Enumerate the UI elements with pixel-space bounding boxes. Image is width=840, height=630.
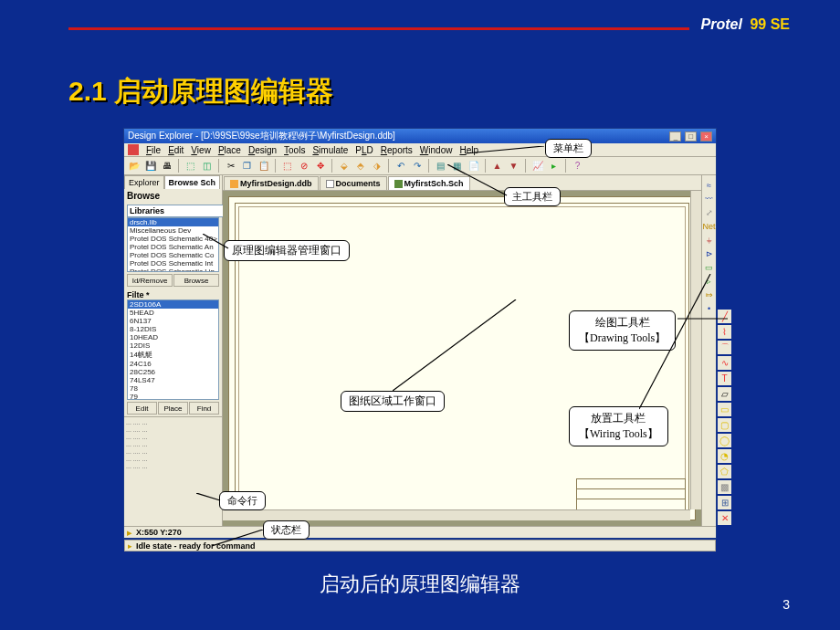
deselect-icon[interactable]: ⊘ (297, 159, 310, 173)
panel-tabs[interactable]: Explorer Browse Sch (124, 175, 222, 189)
list-item[interactable]: Protel DOS Schematic An (128, 243, 218, 251)
doc-tabs[interactable]: MyfirstDesign.ddb Documents MyfirstSch.S… (223, 175, 701, 191)
maximize-button[interactable]: □ (685, 131, 697, 142)
menu-window[interactable]: Window (420, 145, 453, 155)
list-item[interactable]: drsch.lib (128, 218, 218, 226)
menu-bar[interactable]: File Edit View Place Design Tools Simula… (124, 143, 716, 157)
horizontal-scrollbar[interactable] (223, 509, 690, 520)
list-item[interactable]: 14帆艇 (128, 350, 218, 360)
list-item[interactable]: 74LS47 (128, 376, 218, 384)
list-item[interactable]: Miscellaneous Dev (128, 226, 218, 235)
tab-ddb[interactable]: MyfirstDesign.ddb (224, 176, 319, 190)
list-item[interactable]: 8-12DIS (128, 325, 218, 333)
menu-view[interactable]: View (191, 145, 211, 155)
array-icon[interactable]: ⊞ (718, 496, 731, 509)
save-icon[interactable]: 💾 (143, 159, 157, 173)
menu-reports[interactable]: Reports (381, 145, 413, 155)
line-icon[interactable]: ╱ (718, 310, 731, 323)
list-item[interactable]: Protel DOS Schematic Int (128, 259, 218, 268)
part-icon[interactable]: ⊳ (703, 247, 715, 259)
paste-icon[interactable]: 📋 (257, 159, 270, 173)
list-item[interactable]: Protel DOS Schematic Lin (128, 268, 218, 272)
list-item[interactable]: 10HEAD (128, 333, 218, 341)
undo-icon[interactable]: ↶ (394, 159, 407, 173)
vertical-scrollbar[interactable] (690, 191, 701, 509)
menu-simulate[interactable]: Simulate (312, 145, 348, 155)
busentry-icon[interactable]: ⤢ (703, 206, 715, 218)
down-icon[interactable]: ▼ (507, 159, 520, 173)
menu-place[interactable]: Place (218, 145, 241, 155)
wiring-toolbar[interactable]: ≈ 〰 ⤢ Net ⏚ ⊳ ▭ ▹ ⤇ • (701, 175, 716, 526)
print-icon[interactable]: 🖶 (160, 159, 173, 173)
drawing-toolbar[interactable]: ╱ ⌇ ⌒ ∿ T ▱ ▭ ▢ ◯ ◔ ⬠ ▩ ⊞ ✕ (718, 310, 734, 525)
up-icon[interactable]: ▲ (490, 159, 504, 173)
text-icon[interactable]: T (718, 372, 731, 385)
tab-explorer[interactable]: Explorer (124, 175, 164, 189)
list-item[interactable]: 6N137 (128, 317, 218, 325)
list-item[interactable]: Protel DOS Schematic 40> (128, 235, 218, 243)
tool-icon[interactable]: ⬗ (370, 159, 383, 173)
tab-documents[interactable]: Documents (320, 176, 387, 190)
copy-icon[interactable]: ❐ (240, 159, 254, 173)
list-item[interactable]: 28C256 (128, 368, 218, 376)
browse-icon[interactable]: 📄 (467, 159, 480, 173)
list-item[interactable]: 2SD106A (128, 300, 218, 309)
menu-tools[interactable]: Tools (284, 145, 305, 155)
ellipse-icon[interactable]: ◯ (718, 434, 731, 447)
move-icon[interactable]: ✥ (313, 159, 327, 173)
open-icon[interactable]: 📂 (127, 159, 141, 173)
tab-browse-sch[interactable]: Browse Sch (164, 175, 221, 189)
polyline-icon[interactable]: ⌇ (718, 325, 731, 339)
window-titlebar[interactable]: Design Explorer - [D:\99SE\99se培训教程\例子\M… (124, 129, 716, 143)
cancel-icon[interactable]: ✕ (718, 511, 731, 525)
main-toolbar[interactable]: 📂 💾 🖶 ⬚ ◫ ✂ ❐ 📋 ⬚ ⊘ ✥ ⬙ ⬘ ⬗ ↶ ↷ ▤ ▦ 📄 ▲ … (124, 157, 716, 175)
cut-icon[interactable]: ✂ (224, 159, 237, 173)
list-item[interactable]: 5HEAD (128, 309, 218, 317)
list-item[interactable]: 24C16 (128, 360, 218, 368)
pie-icon[interactable]: ◔ (718, 449, 731, 463)
list-item[interactable]: 78 (128, 384, 218, 393)
arc-icon[interactable]: ⌒ (718, 341, 731, 354)
help-icon[interactable]: ? (571, 159, 584, 173)
minimize-button[interactable]: _ (669, 131, 681, 142)
zoomarea-icon[interactable]: ⬚ (184, 159, 197, 173)
edit-button[interactable]: Edit (127, 402, 157, 415)
list-item[interactable]: 12DIS (128, 341, 218, 350)
find-button[interactable]: Find (189, 402, 219, 415)
zoomfit-icon[interactable]: ◫ (200, 159, 214, 173)
list-item[interactable]: 79 (128, 393, 218, 400)
list-item[interactable]: Protel DOS Schematic Co (128, 251, 218, 259)
close-button[interactable]: × (700, 131, 712, 142)
junction-icon[interactable]: • (703, 302, 715, 314)
roundrect-icon[interactable]: ▢ (718, 418, 731, 432)
select-icon[interactable]: ⬚ (280, 159, 294, 173)
hierarchy-icon[interactable]: ▤ (434, 159, 447, 173)
wire-icon[interactable]: ≈ (703, 179, 715, 191)
bus-icon[interactable]: 〰 (703, 193, 715, 205)
simulate-icon[interactable]: 📈 (530, 159, 544, 173)
place-button[interactable]: Place (158, 402, 188, 415)
polygon-icon[interactable]: ⬠ (718, 465, 731, 478)
menu-design[interactable]: Design (248, 145, 277, 155)
frame-icon[interactable]: ▱ (718, 387, 731, 401)
add-remove-button[interactable]: Id/Remove (127, 274, 173, 287)
browse-button[interactable]: Browse (173, 274, 219, 287)
netlabel-icon[interactable]: Net (703, 220, 715, 232)
tool-icon[interactable]: ⬙ (337, 159, 351, 173)
redo-icon[interactable]: ↷ (410, 159, 424, 173)
libraries-combo[interactable]: ▼ (127, 205, 219, 217)
sheetentry-icon[interactable]: ▹ (703, 275, 715, 287)
rect-icon[interactable]: ▭ (718, 403, 731, 416)
menu-pld[interactable]: PLD (355, 145, 373, 155)
bezier-icon[interactable]: ∿ (718, 356, 731, 370)
menu-file[interactable]: File (146, 145, 161, 155)
tab-sch[interactable]: MyfirstSch.Sch (388, 176, 470, 190)
hierarchy-icon[interactable]: ▦ (450, 159, 464, 173)
port-icon[interactable]: ⤇ (703, 289, 715, 300)
sheet-icon[interactable]: ▭ (703, 261, 715, 273)
component-list[interactable]: 2SD106A 5HEAD 6N137 8-12DIS 10HEAD 12DIS… (127, 299, 219, 400)
menu-edit[interactable]: Edit (168, 145, 184, 155)
library-list[interactable]: drsch.lib Miscellaneous Dev Protel DOS S… (127, 217, 219, 272)
tool-icon[interactable]: ⬘ (353, 159, 367, 173)
power-icon[interactable]: ⏚ (703, 234, 715, 246)
